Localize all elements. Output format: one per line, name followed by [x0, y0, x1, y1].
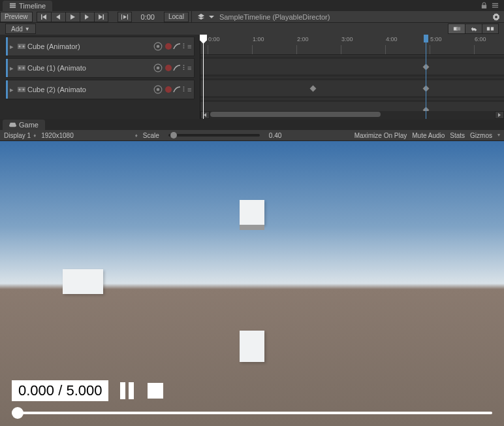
svg-point-19	[157, 67, 160, 70]
chevron-down-icon: ▼	[25, 26, 30, 32]
track-name: Cube (2) (Animato	[27, 86, 151, 93]
svg-rect-8	[487, 27, 490, 30]
ruler-tick: 4:00	[386, 36, 398, 42]
scroll-left-button[interactable]	[200, 111, 210, 119]
animator-icon	[17, 63, 26, 73]
chevron-down-icon: ♦	[135, 133, 138, 139]
ruler-tick: 1:00	[253, 36, 264, 42]
track-foldout[interactable]: ▸	[8, 64, 16, 73]
next-frame-button[interactable]	[80, 12, 94, 22]
track-foldout[interactable]: ▸	[8, 86, 16, 94]
svg-point-11	[19, 46, 21, 48]
display-dropdown[interactable]: Display 1♦	[4, 132, 36, 139]
stop-button[interactable]	[148, 383, 163, 399]
scrollbar-thumb[interactable]	[210, 112, 381, 117]
end-marker[interactable]	[426, 35, 426, 119]
pause-button[interactable]	[120, 382, 136, 399]
goto-start-button[interactable]	[37, 12, 51, 22]
preview-button[interactable]: Preview	[0, 12, 33, 22]
scale-label: Scale	[143, 132, 159, 139]
record-button[interactable]	[165, 43, 172, 50]
resolution-dropdown[interactable]: 1920x1080♦	[41, 132, 138, 139]
track-menu-icon[interactable]: ⠇≡	[182, 42, 190, 51]
slider-thumb[interactable]	[170, 132, 177, 139]
curves-icon[interactable]	[173, 86, 181, 93]
game-icon	[9, 121, 16, 128]
panel-menu-icon[interactable]	[492, 2, 499, 9]
binding-icon[interactable]	[153, 42, 163, 51]
scroll-right-button[interactable]	[495, 111, 504, 119]
svg-rect-5	[492, 7, 498, 7]
svg-rect-9	[491, 27, 494, 30]
scene-cube	[240, 331, 264, 362]
replace-mode-button[interactable]	[482, 24, 499, 34]
prev-frame-button[interactable]	[51, 12, 65, 22]
play-button[interactable]	[65, 12, 80, 22]
track-name: Cube (Animator)	[27, 42, 151, 50]
time-display[interactable]: 0:00	[137, 13, 159, 21]
game-tab[interactable]: Game	[3, 120, 45, 130]
play-icon	[69, 13, 76, 21]
goto-start-icon	[40, 13, 48, 21]
scrubber-thumb[interactable]	[12, 407, 24, 419]
play-range-icon	[121, 13, 129, 21]
svg-rect-1	[10, 5, 16, 7]
ruler-tick: 5:00	[430, 36, 442, 42]
goto-end-button[interactable]	[94, 12, 108, 22]
animator-icon	[17, 42, 26, 51]
horizontal-scrollbar[interactable]	[200, 111, 504, 119]
playback-scrubber[interactable]	[12, 412, 492, 414]
keyframe[interactable]	[310, 86, 317, 92]
track-list: ▸ Cube (Animator) ⠇≡ ▸ Cube (1) (Animato	[0, 35, 200, 119]
time-ruler[interactable]: 0:00 1:00 2:00 3:00 4:00 5:00 6:00	[200, 35, 504, 55]
layers-icon[interactable]	[197, 13, 205, 21]
ripple-mode-button[interactable]	[465, 24, 482, 34]
lock-icon[interactable]	[480, 2, 488, 9]
ruler-tick: 3:00	[341, 36, 353, 42]
binding-icon[interactable]	[153, 85, 163, 94]
timeline-tab[interactable]: Timeline	[3, 1, 52, 11]
play-range-button[interactable]	[118, 12, 132, 22]
svg-rect-2	[10, 7, 16, 8]
stats-toggle[interactable]: Stats	[450, 132, 465, 139]
svg-point-24	[157, 88, 160, 91]
svg-point-21	[19, 89, 21, 91]
svg-point-22	[23, 89, 25, 91]
track-menu-icon[interactable]: ⠇≡	[182, 64, 190, 73]
record-button[interactable]	[165, 86, 172, 93]
add-track-button[interactable]: Add▼	[5, 24, 36, 34]
scale-value: 0.40	[269, 132, 281, 139]
gear-icon[interactable]	[492, 13, 500, 21]
track-row[interactable]: ▸ Cube (1) (Animato ⠇≡	[5, 58, 195, 78]
goto-end-icon	[97, 13, 105, 21]
local-global-toggle[interactable]: Local	[164, 12, 189, 22]
chevron-down-icon[interactable]: ▾	[497, 132, 500, 139]
maximize-toggle[interactable]: Maximize On Play	[354, 132, 407, 139]
track-area[interactable]: 0:00 1:00 2:00 3:00 4:00 5:00 6:00	[200, 35, 504, 119]
game-viewport: 0.000 / 5.000	[0, 141, 504, 426]
track-menu-icon[interactable]: ⠇≡	[182, 86, 190, 94]
chevron-down-icon: ♦	[33, 133, 36, 139]
track-lane[interactable]	[200, 78, 504, 98]
track-row[interactable]: ▸ Cube (2) (Animato ⠇≡	[5, 80, 195, 99]
ripple-mode-icon	[470, 25, 478, 33]
mix-mode-button[interactable]	[448, 24, 465, 34]
track-foldout[interactable]: ▸	[8, 42, 16, 51]
scale-slider[interactable]	[168, 134, 260, 137]
track-lane[interactable]	[200, 57, 504, 76]
binding-icon[interactable]	[153, 63, 163, 73]
ruler-tick: 0:00	[208, 36, 220, 42]
svg-rect-7	[456, 27, 460, 30]
svg-point-17	[23, 67, 25, 69]
replace-mode-icon	[486, 25, 494, 33]
playhead[interactable]	[203, 35, 204, 119]
chevron-down-icon[interactable]	[208, 13, 215, 21]
curves-icon[interactable]	[173, 42, 181, 50]
track-row[interactable]: ▸ Cube (Animator) ⠇≡	[5, 37, 195, 56]
mute-toggle[interactable]: Mute Audio	[412, 132, 445, 139]
gizmos-toggle[interactable]: Gizmos	[470, 132, 492, 139]
record-button[interactable]	[165, 65, 172, 71]
track-name: Cube (1) (Animato	[27, 64, 151, 72]
curves-icon[interactable]	[173, 64, 181, 72]
svg-rect-3	[492, 3, 498, 4]
